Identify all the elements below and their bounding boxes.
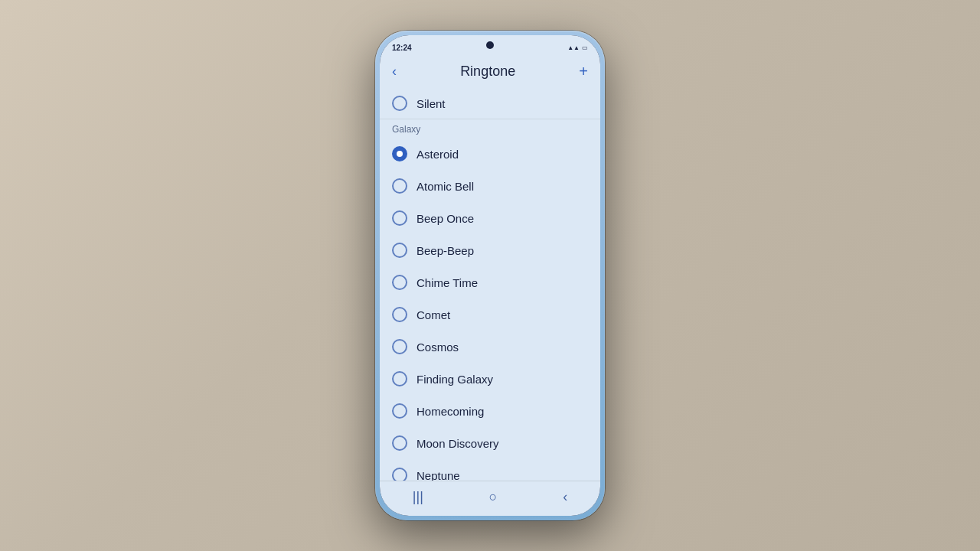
list-item[interactable]: Neptune — [380, 459, 600, 481]
back-nav-icon[interactable]: ‹ — [563, 489, 567, 505]
header: ‹ Ringtone + — [380, 57, 600, 88]
neptune-radio[interactable] — [392, 468, 407, 481]
finding-galaxy-label: Finding Galaxy — [416, 373, 493, 386]
home-nav-icon[interactable]: ○ — [489, 489, 498, 505]
beep-beep-label: Beep-Beep — [416, 244, 474, 257]
list-item[interactable]: Cosmos — [380, 331, 600, 363]
signal-icon: ▲▲ — [567, 44, 580, 51]
list-item[interactable]: Finding Galaxy — [380, 363, 600, 395]
phone-frame: 12:24 ▲▲ ▭ ‹ Ringtone + Silent Galaxy — [375, 31, 605, 520]
neptune-label: Neptune — [416, 469, 460, 481]
atomic-bell-radio[interactable] — [392, 178, 407, 194]
ringtone-list: Silent Galaxy Asteroid Atomic Bell Beep … — [380, 88, 600, 481]
chime-time-radio[interactable] — [392, 275, 407, 290]
silent-row[interactable]: Silent — [380, 88, 600, 119]
beep-once-radio[interactable] — [392, 210, 407, 226]
asteroid-label: Asteroid — [416, 148, 459, 161]
nav-bar: ||| ○ ‹ — [380, 481, 600, 516]
list-item[interactable]: Homecoming — [380, 395, 600, 427]
homecoming-radio[interactable] — [392, 403, 407, 419]
battery-icon: ▭ — [582, 44, 588, 51]
list-item[interactable]: Moon Discovery — [380, 427, 600, 459]
menu-nav-icon[interactable]: ||| — [413, 489, 423, 505]
status-icons: ▲▲ ▭ — [567, 44, 588, 51]
beep-beep-radio[interactable] — [392, 243, 407, 258]
camera-notch — [486, 41, 494, 49]
homecoming-label: Homecoming — [416, 405, 484, 418]
list-item[interactable]: Beep Once — [380, 202, 600, 234]
status-time: 12:24 — [392, 44, 412, 52]
chime-time-label: Chime Time — [416, 276, 478, 289]
moon-discovery-radio[interactable] — [392, 435, 407, 451]
comet-label: Comet — [416, 308, 450, 321]
back-button[interactable]: ‹ — [392, 64, 397, 80]
phone-screen: 12:24 ▲▲ ▭ ‹ Ringtone + Silent Galaxy — [380, 35, 600, 516]
list-item[interactable]: Asteroid — [380, 138, 600, 170]
galaxy-section-label: Galaxy — [380, 119, 600, 138]
status-bar: 12:24 ▲▲ ▭ — [380, 35, 600, 57]
atomic-bell-label: Atomic Bell — [416, 180, 474, 193]
silent-radio[interactable] — [392, 96, 407, 111]
silent-label: Silent — [416, 97, 446, 110]
cosmos-radio[interactable] — [392, 339, 407, 354]
page-title: Ringtone — [460, 64, 515, 80]
asteroid-radio[interactable] — [392, 146, 407, 161]
beep-once-label: Beep Once — [416, 212, 474, 225]
list-item[interactable]: Atomic Bell — [380, 170, 600, 202]
finding-galaxy-radio[interactable] — [392, 371, 407, 386]
cosmos-label: Cosmos — [416, 341, 459, 354]
add-button[interactable]: + — [579, 63, 588, 80]
list-item[interactable]: Comet — [380, 298, 600, 331]
comet-radio[interactable] — [392, 307, 407, 322]
list-item[interactable]: Chime Time — [380, 266, 600, 298]
list-item[interactable]: Beep-Beep — [380, 234, 600, 266]
moon-discovery-label: Moon Discovery — [416, 437, 499, 450]
